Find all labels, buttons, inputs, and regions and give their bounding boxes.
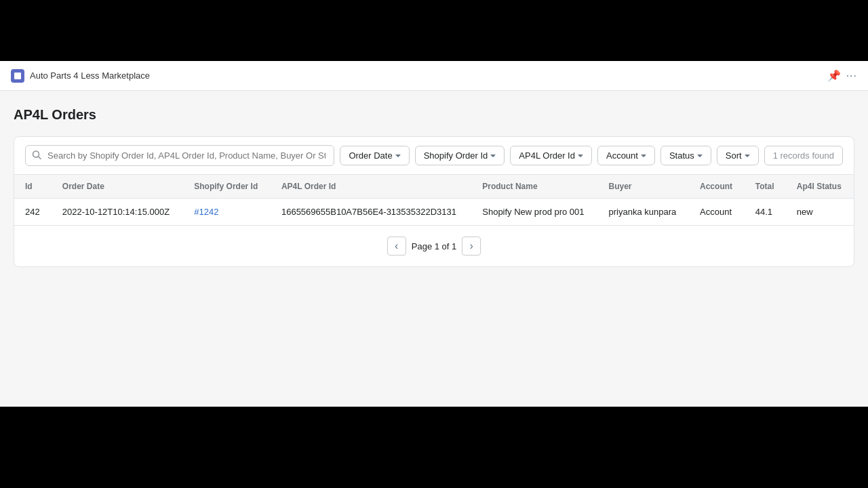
ap4l-order-id-filter[interactable]: AP4L Order Id [510,146,592,165]
chevron-down-icon [641,155,646,157]
cell-buyer: priyanka kunpara [597,199,689,226]
cell-product-name: Shopify New prod pro 001 [471,199,597,226]
cell-shopify-order-id: #1242 [183,199,271,226]
search-input[interactable] [25,145,334,166]
chevron-down-icon [490,155,496,157]
app-icon [11,69,24,83]
page-title: AP4L Orders [14,107,854,123]
top-bar-left: Auto Parts 4 Less Marketplace [11,69,150,83]
cell-total: 44.1 [745,199,786,226]
table-header-row: Id Order Date Shopify Order Id AP4L Orde… [14,175,854,199]
pagination: Page 1 of 1 [14,225,854,266]
cell-account: Account [689,199,745,226]
top-bar-right: 📌 ··· [827,69,857,82]
col-header-buyer: Buyer [597,175,689,199]
table-row: 242 2022-10-12T10:14:15.000Z #1242 16655… [14,199,854,226]
search-wrapper [25,145,334,166]
col-header-ap4l-status: Ap4l Status [786,175,854,199]
col-header-total: Total [745,175,786,199]
chevron-down-icon [697,155,703,157]
pin-icon[interactable]: 📌 [827,69,841,82]
chevron-down-icon [578,155,583,157]
shopify-order-id-filter[interactable]: Shopify Order Id [415,146,505,165]
page-info: Page 1 of 1 [412,241,457,251]
col-header-ap4l-order-id: AP4L Order Id [271,175,471,199]
account-filter[interactable]: Account [597,146,655,165]
app-name: Auto Parts 4 Less Marketplace [30,70,150,81]
main-content: AP4L Orders Order Date [0,91,868,283]
prev-page-button[interactable] [387,237,406,256]
svg-line-1 [39,157,41,159]
orders-table: Id Order Date Shopify Order Id AP4L Orde… [14,175,854,225]
chevron-down-icon [745,155,750,157]
cell-id: 242 [14,199,52,226]
cell-ap4l-status: new [786,199,854,226]
status-filter[interactable]: Status [660,146,711,165]
order-date-filter[interactable]: Order Date [340,146,409,165]
more-options-icon[interactable]: ··· [846,70,857,82]
col-header-id: Id [14,175,52,199]
chevron-left-icon [395,241,398,251]
next-page-button[interactable] [462,237,481,256]
col-header-order-date: Order Date [52,175,183,199]
col-header-shopify-order-id: Shopify Order Id [183,175,271,199]
sort-filter[interactable]: Sort [717,146,759,165]
col-header-product-name: Product Name [471,175,597,199]
records-badge: 1 records found [764,146,843,165]
cell-ap4l-order-id: 1665569655B10A7B56E4-313535322D3131 [271,199,471,226]
search-icon [32,150,41,161]
top-bar: Auto Parts 4 Less Marketplace 📌 ··· [0,61,868,91]
chevron-down-icon [395,155,401,157]
orders-card: Order Date Shopify Order Id AP4L Order I… [14,136,854,267]
shopify-order-link[interactable]: #1242 [194,207,218,217]
cell-order-date: 2022-10-12T10:14:15.000Z [52,199,183,226]
chevron-right-icon [470,241,473,251]
filter-bar: Order Date Shopify Order Id AP4L Order I… [14,137,854,175]
col-header-account: Account [689,175,745,199]
